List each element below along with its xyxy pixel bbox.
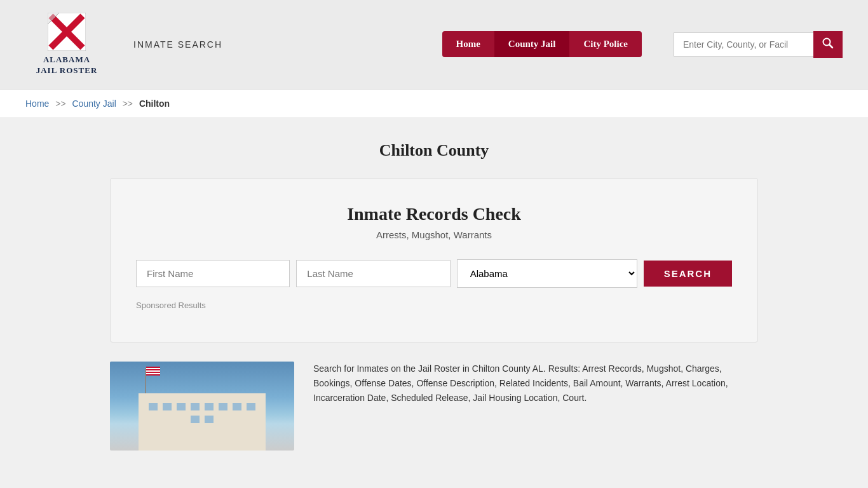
window: [177, 403, 186, 410]
svg-line-7: [830, 44, 833, 48]
breadcrumb-sep-1: >>: [55, 98, 65, 109]
inmate-search-form: AlabamaAlaskaArizonaArkansasCaliforniaCo…: [136, 259, 732, 288]
building-facade: [139, 393, 266, 451]
header-search-area: [674, 31, 843, 58]
window: [205, 416, 214, 423]
flag: [146, 367, 160, 376]
breadcrumb-county-jail-link[interactable]: County Jail: [72, 98, 116, 109]
breadcrumb: Home >> County Jail >> Chilton: [0, 90, 868, 118]
window: [233, 403, 241, 410]
window: [191, 403, 200, 410]
logo-icon: [48, 13, 86, 51]
nav-county-jail-button[interactable]: County Jail: [494, 31, 570, 57]
building-windows: [139, 403, 266, 423]
window: [205, 403, 214, 410]
description-text: Search for Inmates on the Jail Roster in…: [313, 362, 758, 405]
state-select[interactable]: AlabamaAlaskaArizonaArkansasCaliforniaCo…: [457, 259, 637, 288]
window: [219, 403, 227, 410]
sponsored-results-label: Sponsored Results: [136, 301, 732, 310]
last-name-input[interactable]: [296, 260, 450, 287]
site-header: ALABAMA JAIL ROSTER INMATE SEARCH Home C…: [0, 0, 868, 90]
main-content: Chilton County Inmate Records Check Arre…: [85, 118, 783, 463]
records-check-box: Inmate Records Check Arrests, Mugshot, W…: [110, 178, 758, 342]
page-title: Chilton County: [110, 141, 758, 160]
window: [247, 403, 255, 410]
window: [149, 403, 158, 410]
window: [163, 403, 172, 410]
breadcrumb-sep-2: >>: [123, 98, 133, 109]
records-check-title: Inmate Records Check: [136, 204, 732, 224]
window: [191, 416, 200, 423]
header-search-button[interactable]: [813, 31, 843, 58]
search-icon: [822, 37, 834, 49]
main-nav: Home County Jail City Police: [442, 31, 642, 57]
logo-area: ALABAMA JAIL ROSTER: [25, 13, 108, 76]
first-name-input[interactable]: [136, 260, 290, 287]
building-image: [110, 362, 294, 451]
inmate-search-label: INMATE SEARCH: [133, 39, 222, 50]
nav-city-police-button[interactable]: City Police: [569, 31, 642, 57]
logo-text: ALABAMA JAIL ROSTER: [36, 55, 98, 76]
bottom-section: Search for Inmates on the Jail Roster in…: [110, 362, 758, 451]
nav-home-button[interactable]: Home: [442, 31, 494, 57]
header-search-input[interactable]: [674, 32, 813, 57]
inmate-search-button[interactable]: SEARCH: [644, 261, 732, 287]
breadcrumb-home-link[interactable]: Home: [25, 98, 49, 109]
breadcrumb-current: Chilton: [139, 98, 170, 109]
records-check-subtitle: Arrests, Mugshot, Warrants: [136, 229, 732, 240]
